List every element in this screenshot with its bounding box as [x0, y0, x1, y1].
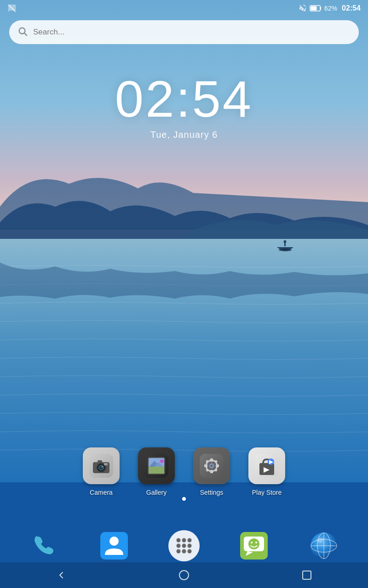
app-grid: Camera [0, 447, 368, 496]
dock-phone[interactable] [28, 529, 61, 562]
svg-rect-72 [303, 571, 311, 579]
dock-messaging[interactable] [237, 529, 270, 562]
settings-icon-bg [193, 447, 230, 484]
svg-point-2 [279, 249, 292, 251]
dock-browser[interactable] [307, 529, 340, 562]
status-time: 02:54 [342, 4, 361, 12]
svg-rect-9 [311, 6, 317, 11]
battery-percent: 62% [324, 5, 337, 12]
svg-point-56 [188, 544, 192, 548]
svg-point-63 [251, 542, 253, 543]
svg-point-62 [248, 538, 259, 549]
svg-point-49 [109, 537, 119, 546]
dock-contacts[interactable] [98, 529, 131, 562]
svg-point-64 [255, 542, 257, 543]
svg-rect-19 [98, 460, 102, 463]
app-icon-playstore[interactable]: ▶ Play Store [248, 447, 285, 496]
battery-icon [310, 5, 322, 12]
bottom-dock [0, 529, 368, 562]
svg-rect-34 [204, 464, 207, 467]
home-button[interactable] [172, 564, 196, 587]
camera-icon-bg [83, 447, 120, 484]
app-icon-camera[interactable]: Camera [83, 447, 120, 496]
page-dot-1 [182, 497, 186, 501]
svg-point-58 [182, 549, 186, 554]
app-icon-settings[interactable]: Settings [193, 447, 230, 496]
svg-rect-33 [210, 470, 213, 473]
clock-area: 02:54 Tue, January 6 [0, 74, 368, 140]
svg-point-28 [160, 459, 164, 463]
gallery-icon-bg [138, 447, 175, 484]
search-bar[interactable] [9, 20, 359, 44]
dock-launcher[interactable] [167, 529, 201, 562]
svg-point-42 [210, 464, 213, 467]
svg-point-57 [177, 549, 181, 554]
back-button[interactable] [50, 564, 73, 587]
svg-point-18 [102, 466, 103, 468]
clock-time: 02:54 [0, 74, 368, 125]
playstore-label: Play Store [252, 489, 282, 496]
clock-date: Tue, January 6 [0, 130, 368, 140]
svg-point-59 [188, 549, 192, 554]
svg-point-54 [177, 544, 181, 548]
svg-rect-27 [149, 467, 164, 474]
notification-icon [7, 4, 17, 15]
svg-rect-20 [104, 463, 108, 465]
svg-rect-8 [320, 7, 321, 10]
gallery-label: Gallery [146, 489, 167, 496]
svg-line-11 [24, 33, 27, 35]
camera-label: Camera [90, 489, 113, 496]
svg-point-71 [179, 571, 189, 580]
status-bar: 62% 02:54 [0, 0, 368, 17]
svg-rect-35 [216, 464, 219, 467]
search-input[interactable] [33, 28, 351, 37]
recents-button[interactable] [295, 564, 318, 587]
svg-rect-32 [210, 458, 213, 462]
search-icon [17, 26, 28, 39]
app-icon-gallery[interactable]: Gallery [138, 447, 175, 496]
nav-bar [0, 562, 368, 588]
svg-point-55 [182, 544, 186, 548]
page-indicator [0, 497, 368, 501]
svg-point-51 [177, 538, 181, 543]
svg-point-52 [182, 538, 186, 543]
mute-icon [299, 4, 307, 12]
svg-point-4 [284, 240, 287, 243]
svg-rect-3 [284, 243, 286, 246]
playstore-icon-bg: ▶ [248, 447, 285, 484]
settings-label: Settings [200, 489, 224, 496]
svg-point-53 [188, 538, 192, 543]
status-bar-icons: 62% 02:54 [299, 4, 361, 12]
